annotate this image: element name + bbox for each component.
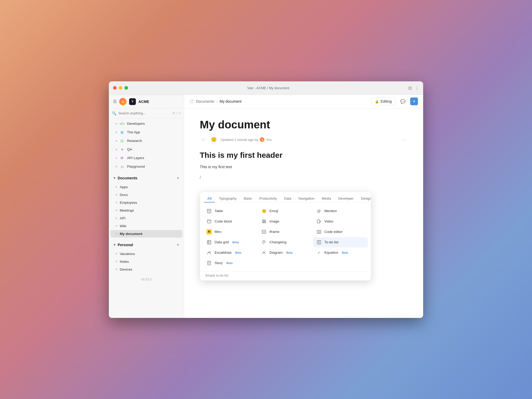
search-bar[interactable]: 🔍 ⌘ ⇧ S (109, 109, 184, 118)
hamburger-icon[interactable]: ☰ (113, 99, 117, 104)
tab-media[interactable]: Media (318, 195, 334, 202)
updated-text: Updated 1 minute ago by (221, 138, 258, 142)
extension-icon[interactable]: ⊡ (408, 86, 412, 90)
sidebar-item-label: Devices (120, 267, 132, 271)
developers-icon: </> (120, 121, 124, 126)
tab-typography[interactable]: Typography (216, 195, 240, 202)
breadcrumb-separator: › (216, 99, 218, 103)
personal-section-toggle[interactable]: ▼ Personal (113, 243, 133, 247)
data-grid-icon (206, 239, 212, 245)
slash-item-image[interactable]: 🖼 Image (258, 216, 313, 227)
sidebar-item-notes[interactable]: Notes (110, 258, 182, 265)
diagram-icon (261, 250, 267, 256)
slash-item-emoji[interactable]: 🙂 Emoji (258, 206, 313, 216)
sidebar-item-label: API (120, 216, 125, 220)
nav-dot (116, 210, 117, 211)
editing-button[interactable]: 🔒 Editing (371, 97, 396, 105)
equation-icon: ✓ (316, 250, 322, 256)
svg-rect-5 (317, 220, 320, 223)
slash-item-excalidraw[interactable]: Excalidraw Beta (203, 247, 258, 258)
tab-navigation[interactable]: Navigation (295, 195, 317, 202)
slash-item-data-grid[interactable]: Data grid Beta (203, 237, 258, 247)
diagram-beta-badge: Beta (286, 251, 292, 254)
slash-input[interactable]: / (200, 175, 408, 180)
sidebar-item-docs[interactable]: Docs (110, 191, 182, 199)
sidebar-item-api-layers[interactable]: ⟳ API Layers (110, 154, 182, 162)
slash-item-iframe[interactable]: Iframe (258, 227, 313, 237)
search-input[interactable] (118, 111, 170, 115)
changelog-icon (261, 239, 267, 245)
personal-add-button[interactable]: + (175, 242, 181, 248)
tab-designer[interactable]: Designer (358, 195, 371, 202)
sidebar-item-my-document[interactable]: My document (110, 230, 182, 238)
emoji-menu-icon: 🙂 (261, 208, 267, 214)
documents-add-button[interactable]: + (175, 175, 181, 181)
sidebar-item-label: Developers (127, 122, 145, 126)
sidebar-item-playground[interactable]: ◇ Playground (110, 162, 182, 171)
maximize-button[interactable] (124, 86, 128, 90)
tab-data[interactable]: Data (281, 195, 294, 202)
app-window: Vaiz - ACME / My document ⊡ ⋮ ☰ U V ACME… (109, 81, 423, 318)
editing-label: Editing (381, 99, 392, 103)
slash-item-video[interactable]: Video (313, 216, 368, 227)
tab-developer[interactable]: Developer (335, 195, 357, 202)
slash-item-todo-list[interactable]: To-do list (313, 237, 368, 247)
sidebar-item-theapp[interactable]: ⊞ The App (110, 128, 182, 136)
slash-item-diagram[interactable]: Diagram Beta (258, 247, 313, 258)
nav-dot (116, 225, 117, 227)
documents-section-arrow: ▼ (113, 176, 116, 180)
titlebar-actions: ⊡ ⋮ (408, 86, 419, 90)
slash-menu-grid: Table 🙂 Emoji @ Mention (200, 203, 371, 271)
sidebar-item-wiki[interactable]: Wiki (110, 222, 182, 230)
close-button[interactable] (113, 86, 117, 90)
sidebar-item-employees[interactable]: Employees (110, 199, 182, 206)
playground-icon: ◇ (120, 164, 124, 169)
sidebar-item-qa[interactable]: ≡ QA (110, 145, 182, 154)
document-updated: Updated 1 minute ago by U You (221, 137, 272, 142)
sidebar-item-apps[interactable]: Apps (110, 183, 182, 191)
emoji-button[interactable]: 🙂 (210, 136, 217, 143)
slash-item-miro[interactable]: M Miro (203, 227, 258, 237)
minimize-button[interactable] (119, 86, 122, 90)
more-options-button[interactable]: ··· (400, 136, 408, 143)
sidebar-item-vacations[interactable]: Vacations (110, 250, 182, 258)
menu-icon[interactable]: ⋮ (415, 86, 419, 90)
personal-nav-section: Vacations Notes Devices (109, 249, 184, 274)
slash-item-label: Video (324, 219, 333, 223)
sidebar-item-label: Vacations (120, 252, 135, 256)
tab-productivity[interactable]: Productivity (256, 195, 280, 202)
star-button[interactable]: ☆ (200, 136, 207, 143)
slash-item-story[interactable]: Story Beta (203, 258, 258, 268)
sidebar-item-developers[interactable]: </> Developers (110, 120, 182, 128)
slash-item-changelog[interactable]: Changelog (258, 237, 313, 247)
documents-nav-section: Apps Docs Employees Meetings API (109, 182, 184, 239)
slash-item-table[interactable]: Table (203, 206, 258, 216)
sidebar-item-meetings[interactable]: Meetings (110, 207, 182, 214)
workspace-logo: V (129, 98, 136, 105)
slash-item-code-block[interactable]: Code block (203, 216, 258, 227)
breadcrumb-section[interactable]: Documents (196, 99, 214, 103)
app-container: ☰ U V ACME 🔍 ⌘ ⇧ S </> Developers (109, 95, 423, 318)
search-shortcut: ⌘ ⇧ S (172, 112, 181, 115)
documents-section-toggle[interactable]: ▼ Documents (113, 176, 137, 180)
slash-item-code-editor[interactable]: Code editor (313, 227, 368, 237)
slash-item-mention[interactable]: @ Mention (313, 206, 368, 216)
slash-item-label: Mention (324, 209, 337, 213)
slash-item-equation[interactable]: ✓ Equation Beta (313, 247, 368, 258)
slash-menu-tabs: All Typography Basic Productivity Data N… (200, 192, 371, 203)
tab-all[interactable]: All (204, 195, 215, 202)
code-editor-icon (316, 229, 322, 235)
slash-item-label: Data grid (215, 240, 229, 244)
excalidraw-beta-badge: Beta (235, 251, 241, 254)
equation-beta-badge: Beta (342, 251, 348, 254)
sidebar-item-research[interactable]: ⊡ Research (110, 137, 182, 145)
sidebar-item-devices[interactable]: Devices (110, 266, 182, 273)
comments-button[interactable]: 💬 (399, 97, 407, 106)
sidebar-item-label: Research (127, 139, 142, 143)
sidebar-item-api[interactable]: API (110, 214, 182, 222)
nav-dot (116, 140, 117, 142)
documents-section-header: ▼ Documents + (109, 173, 184, 182)
tab-basic[interactable]: Basic (241, 195, 255, 202)
add-button[interactable]: + (410, 97, 418, 105)
slash-item-label: Iframe (269, 230, 279, 234)
